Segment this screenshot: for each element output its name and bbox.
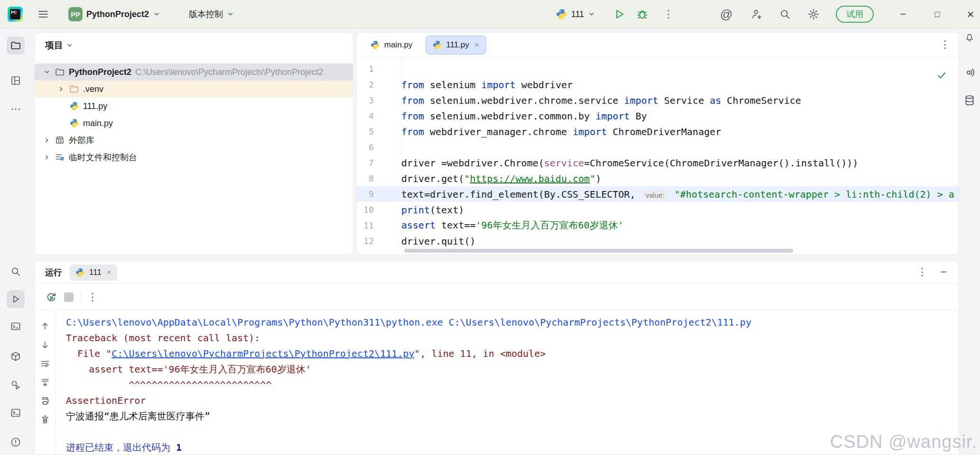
stack-trace-link[interactable]: C:\Users\lenovo\PycharmProjects\PythonPr… [111,348,414,359]
code-line[interactable]: 1 [357,61,959,77]
close-button[interactable]: × [960,0,980,28]
minimize-button[interactable]: − [893,0,914,28]
library-icon [55,135,65,146]
line-number: 10 [357,205,401,215]
line-number: 9 [357,189,401,199]
console-line: ^^^^^^^^^^^^^^^^^^^^^^^^^ [35,377,959,393]
ai-assistant-button[interactable]: @ [720,0,732,28]
code-line[interactable]: 10print(text) [357,202,959,218]
right-tool-stripe [959,28,980,455]
scratches-icon [55,152,65,163]
run-panel-title: 运行 [45,267,62,278]
chevron-down-icon [588,10,595,18]
services-button[interactable] [7,376,25,394]
run-button[interactable] [613,0,626,28]
maximize-button[interactable]: □ [927,0,948,28]
run-panel: 运行 111 × ⋮ − ⋮ C:\Users\lenovo\AppData\L… [34,261,959,455]
run-panel-options-icon[interactable]: ⋮ [917,267,927,277]
structure-tool-window-button[interactable] [7,72,25,90]
search-icon [10,266,21,277]
run-tool-window-button[interactable] [7,290,25,308]
run-icon [10,293,21,305]
python-console-button[interactable] [7,318,25,336]
more-tool-windows-button[interactable]: ⋯ [7,100,25,118]
search-icon [779,8,791,20]
vcs-label: 版本控制 [189,9,223,20]
chevron-right-icon[interactable] [43,154,51,161]
code-line[interactable]: 5from webdriver_manager.chrome import Ch… [357,124,959,139]
code-line[interactable]: 6 [357,139,959,155]
run-panel-header: 运行 111 × ⋮ − [35,261,959,284]
more-actions-button[interactable]: ⋮ [663,0,674,28]
hide-tool-window-icon[interactable]: − [940,266,946,278]
run-toolbar: ⋮ [35,284,959,310]
tree-row-project-root[interactable]: PythonProject2 C:\Users\lenovo\PycharmPr… [35,64,353,81]
project-name: PythonProject2 [86,9,149,19]
code-line[interactable]: 7driver =webdriver.Chrome(service=Chrome… [357,155,959,171]
console-output[interactable]: C:\Users\lenovo\AppData\Local\Programs\P… [35,315,959,455]
chevron-right-icon[interactable] [43,136,51,144]
stop-icon[interactable] [64,292,74,302]
project-tool-window-button[interactable] [7,36,25,55]
trial-button[interactable]: 试用 [836,0,874,28]
console-line: 进程已结束，退出代码为 1 [35,440,959,455]
structure-icon [10,75,21,86]
project-panel-title: 项目 [45,39,63,52]
editor-tab-options-icon[interactable]: ⋮ [940,39,950,50]
vcs-menu[interactable]: 版本控制 [189,0,234,28]
notifications-button[interactable] [962,29,978,45]
tree-row-mainpy[interactable]: main.py [35,115,353,132]
project-avatar: PP [68,7,83,21]
code-line[interactable]: 9text=driver.find_element(By.CSS_SELECTO… [357,186,959,202]
ai-assistant-tool-button[interactable] [962,64,978,81]
code-line[interactable]: 3from selenium.webdriver.chrome.service … [357,92,959,108]
code-text: from selenium import webdriver [401,79,573,91]
tab-close-icon[interactable]: × [107,268,111,277]
code-line[interactable]: 12driver.quit() [357,233,959,249]
tree-row-external-libraries[interactable]: 外部库 [35,132,353,149]
tree-label: .venv [83,84,103,94]
rerun-icon[interactable] [45,291,57,303]
problems-button[interactable] [7,433,25,451]
tree-label: main.py [83,118,113,128]
search-everywhere-button[interactable] [779,0,791,28]
database-tool-button[interactable] [962,92,978,109]
line-number: 4 [357,111,401,121]
tree-row-111py[interactable]: 111.py [35,98,353,115]
editor-tab-bar: main.py 111.py × ⋮ [357,33,959,57]
folder-icon [69,84,79,94]
tab-mainpy[interactable]: main.py [363,36,420,55]
tree-row-venv[interactable]: .venv [35,81,353,98]
hamburger-menu-button[interactable] [37,0,49,28]
code-line[interactable]: 2from selenium import webdriver [357,77,959,92]
horizontal-scrollbar[interactable] [404,249,793,253]
python-file-icon [433,40,442,50]
tree-row-scratches[interactable]: 临时文件和控制台 [35,149,353,166]
run-tab-111[interactable]: 111 × [70,264,117,281]
code-line[interactable]: 4from selenium.webdriver.common.by impor… [357,108,959,124]
chevron-down-icon [227,10,234,18]
project-selector[interactable]: PP PythonProject2 [68,0,160,28]
code-line[interactable]: 8driver.get("https://www.baidu.com") [357,171,959,186]
tab-close-icon[interactable]: × [474,40,479,50]
terminal-button[interactable] [7,404,25,422]
add-user-button[interactable] [750,0,763,28]
run-more-options-icon[interactable]: ⋮ [87,292,98,302]
debug-button[interactable] [636,0,649,28]
code-area[interactable]: 12from selenium import webdriver3from se… [357,61,959,249]
tree-path: C:\Users\lenovo\PycharmProjects\PythonPr… [135,67,323,77]
code-editor[interactable]: 12from selenium import webdriver3from se… [357,57,959,255]
chevron-right-icon[interactable] [57,85,65,93]
python-packages-button[interactable] [7,347,25,365]
console-line: AssertionError [35,393,959,409]
inspections-ok-icon[interactable] [936,70,947,81]
settings-button[interactable] [807,0,820,28]
python-file-icon [370,40,380,50]
search-tool-button[interactable] [7,263,25,281]
tab-111py[interactable]: 111.py × [425,36,486,55]
code-line[interactable]: 11assert text=='96年女生月入百万宣布60岁退休' [357,218,959,233]
line-number: 8 [357,173,401,183]
run-config-selector[interactable]: 111 [556,0,595,28]
chevron-down-icon[interactable] [43,68,51,76]
project-panel-header[interactable]: 项目 [45,39,74,52]
